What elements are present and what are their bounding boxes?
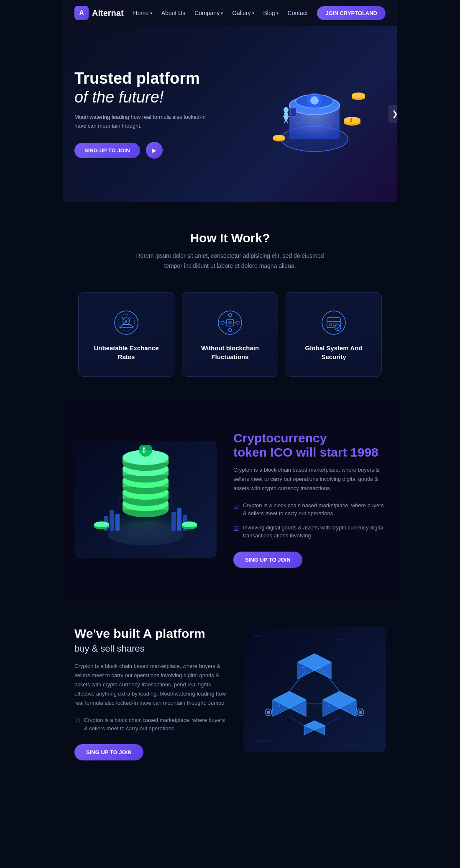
platform-subtitle: buy & sell shares [74,643,227,654]
feature-cards-row: ₿ Unbeatable Exchance Rates [74,292,386,377]
platform-image: 01 10 11 00 01 10 01 11 10 01 10 01 11 1… [243,627,386,752]
svg-text:01 10 01 11: 01 10 01 11 [256,739,274,742]
crypto-description: Crypton is a block chain based marketpla… [233,465,386,493]
logo-text: Alternat [92,8,124,18]
svg-point-24 [352,92,365,98]
crypto-token-section: $ $ ₿ [63,402,397,597]
feature-card-exchange: ₿ Unbeatable Exchance Rates [78,292,174,377]
svg-point-53 [335,325,341,331]
navbar: A Alternat Home ▾ About Us Company ▾ Gal… [63,0,397,26]
svg-point-42 [228,329,232,332]
crypto-check-list: ☑ Crypton is a block chain based marketp… [233,501,386,540]
hero-title: Trusted platform of the future! [74,69,217,107]
hero-next-button[interactable]: ❯ [388,105,397,123]
hero-section: Trusted platform of the future! Mouthwat… [63,26,397,202]
crypto-coins-illustration: $ $ ₿ [79,445,212,554]
blockchain-icon [217,309,243,336]
hero-actions: SING UP TO JOIN ▶ [74,142,217,159]
check-icon-2: ☑ [233,524,239,534]
platform-check-list: ☑ Crypton is a block chain based marketp… [74,716,227,732]
platform-description: Crypton is a block chain based marketpla… [74,662,227,708]
svg-text:₿: ₿ [125,320,127,324]
nav-gallery[interactable]: Gallery ▾ [232,10,254,16]
svg-point-9 [310,96,319,105]
svg-text:010: 010 [317,666,321,669]
svg-point-40 [236,321,239,324]
svg-point-21 [273,135,285,140]
svg-point-109 [267,711,270,714]
play-icon: ▶ [152,147,156,154]
svg-point-84 [94,521,109,527]
blockchain-card-label: Without blockchain Fluctuations [192,344,268,361]
platform-title: We've built A platform [74,627,227,641]
svg-text:10 01 11 10: 10 01 11 10 [331,638,349,642]
check-item-2: ☑ Involving digital goods & assets with … [233,524,386,540]
svg-line-117 [289,716,304,726]
svg-text:011: 011 [276,704,281,707]
svg-rect-80 [177,508,181,531]
hero-content: Trusted platform of the future! Mouthwat… [74,69,217,159]
blockchain-cubes-illustration: 01 10 11 00 01 10 01 11 10 01 10 01 11 1… [248,629,381,750]
home-chevron-icon: ▾ [150,11,152,15]
svg-point-25 [284,107,289,112]
svg-point-38 [228,321,232,324]
svg-text:10 11 00 01: 10 11 00 01 [340,743,358,747]
platform-check-icon-1: ☑ [74,716,80,726]
nav-about[interactable]: About Us [161,10,186,16]
security-icon [320,309,347,336]
hero-signup-button[interactable]: SING UP TO JOIN [74,143,140,158]
svg-point-17 [344,117,360,123]
company-chevron-icon: ▾ [221,11,223,15]
hero-subtitle: Mouthwatering leading how real formula a… [74,113,217,131]
how-it-works-subtitle: Rorem ipsum dolor sit amet, consectetur … [130,251,330,271]
feature-card-security: Global System And Security [286,292,382,377]
svg-rect-78 [115,514,120,531]
gallery-chevron-icon: ▾ [252,11,254,15]
join-button[interactable]: JOIN CRYPTOLAND [317,6,386,20]
exchange-card-label: Unbeatable Exchance Rates [89,344,164,361]
svg-rect-77 [110,510,114,531]
crypto-title: Cryptocurrency token ICO will start 1998 [233,431,386,460]
platform-signup-button[interactable]: SING UP TO JOIN [74,744,143,760]
play-button[interactable]: ▶ [146,142,163,159]
security-card-label: Global System And Security [296,344,371,361]
nav-links: Home ▾ About Us Company ▾ Gallery ▾ Blog… [133,10,308,16]
svg-rect-31 [290,108,296,116]
logo-icon: A [74,6,89,20]
crypto-signup-button[interactable]: SING UP TO JOIN [233,552,302,568]
svg-point-87 [182,521,197,527]
svg-text:110: 110 [326,704,331,707]
svg-text:101: 101 [301,666,306,669]
svg-point-41 [228,313,232,317]
platform-section: We've built A platform buy & sell shares… [63,597,397,790]
crypto-content: Cryptocurrency token ICO will start 1998… [233,431,386,568]
svg-point-112 [359,711,362,714]
nav-home[interactable]: Home ▾ [133,10,152,16]
svg-point-50 [329,324,332,326]
check-item-1: ☑ Crypton is a block chain based marketp… [233,501,386,518]
svg-point-47 [322,311,345,334]
svg-line-118 [325,716,340,726]
hero-illustration: ₿ [252,55,377,172]
how-it-works-section: How It Work? Rorem ipsum dolor sit amet,… [63,202,397,402]
crypto-image: $ $ ₿ [74,441,217,558]
nav-contact[interactable]: Contact [288,10,308,16]
crypto-illustration-container: $ $ ₿ [74,441,217,558]
platform-content: We've built A platform buy & sell shares… [74,627,227,760]
svg-point-39 [221,321,224,324]
svg-text:₿: ₿ [143,447,146,453]
blog-chevron-icon: ▾ [276,11,279,15]
svg-rect-56 [129,529,162,535]
nav-company[interactable]: Company ▾ [194,10,223,16]
platform-illustration-container: 01 10 11 00 01 10 01 11 10 01 10 01 11 1… [243,627,386,752]
how-it-works-title: How It Work? [74,231,386,245]
svg-text:01 10 11 00 01: 01 10 11 00 01 [252,634,274,638]
check-icon-1: ☑ [233,502,239,511]
logo[interactable]: A Alternat [74,6,124,20]
feature-card-blockchain: Without blockchain Fluctuations [182,292,278,377]
platform-check-item-1: ☑ Crypton is a block chain based marketp… [74,716,227,732]
hero-illustration-container: ₿ [243,55,386,172]
nav-blog[interactable]: Blog ▾ [263,10,279,16]
exchange-icon: ₿ [113,309,140,336]
svg-rect-79 [171,512,176,531]
